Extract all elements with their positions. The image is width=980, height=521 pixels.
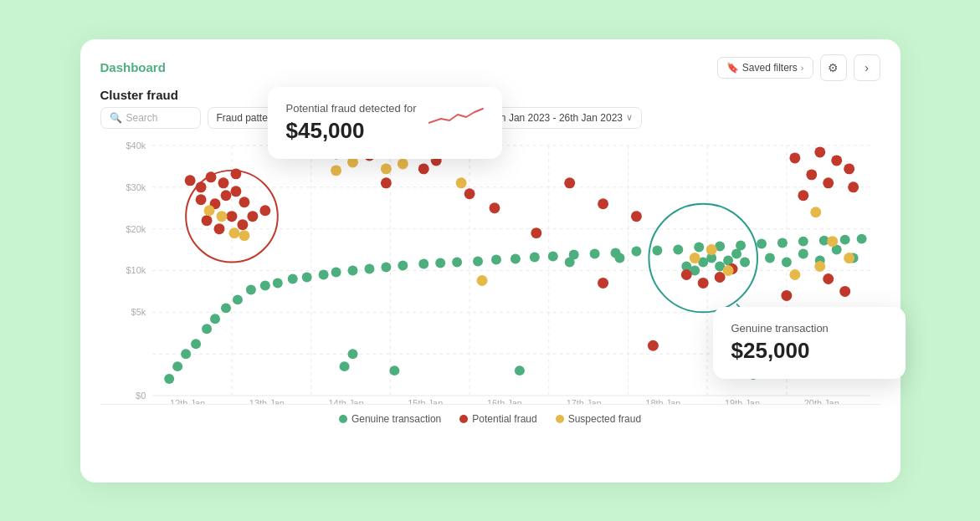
svg-point-74	[856, 233, 866, 243]
bookmark-icon: 🔖	[726, 62, 739, 74]
chevron-right-icon: ›	[801, 63, 804, 73]
settings-button[interactable]: ⚙	[820, 54, 847, 81]
svg-point-70	[777, 238, 787, 248]
svg-point-65	[673, 244, 683, 254]
svg-point-115	[380, 177, 391, 188]
header-right: 🔖 Saved filters › ⚙ ›	[717, 54, 880, 81]
svg-point-130	[806, 169, 817, 180]
svg-point-143	[228, 227, 239, 238]
svg-point-39	[221, 303, 231, 313]
svg-text:13th Jan: 13th Jan	[249, 397, 284, 403]
card-header: Dashboard 🔖 Saved filters › ⚙ ›	[80, 39, 900, 81]
svg-point-97	[195, 181, 206, 192]
svg-text:20th Jan: 20th Jan	[803, 397, 839, 403]
svg-point-78	[514, 365, 524, 375]
svg-point-44	[287, 273, 297, 283]
svg-point-126	[789, 152, 800, 163]
svg-point-106	[201, 215, 212, 226]
svg-text:12th Jan: 12th Jan	[170, 397, 205, 403]
saved-filters-button[interactable]: 🔖 Saved filters ›	[717, 57, 813, 79]
svg-point-151	[476, 274, 487, 285]
svg-point-90	[781, 257, 791, 267]
svg-text:$30k: $30k	[126, 181, 146, 192]
svg-point-63	[631, 246, 641, 256]
svg-text:$10k: $10k	[126, 265, 146, 275]
svg-text:14th Jan: 14th Jan	[328, 397, 363, 403]
svg-point-101	[195, 194, 206, 205]
svg-point-142	[216, 211, 227, 222]
svg-point-154	[722, 265, 733, 276]
svg-point-41	[245, 284, 255, 294]
svg-point-50	[381, 262, 391, 272]
next-button[interactable]: ›	[854, 54, 880, 81]
svg-point-56	[490, 254, 500, 264]
svg-point-73	[839, 234, 849, 244]
svg-point-148	[397, 158, 408, 169]
chevron-down-icon: ∨	[626, 112, 633, 123]
svg-text:16th Jan: 16th Jan	[486, 397, 521, 403]
svg-text:18th Jan: 18th Jan	[645, 397, 680, 403]
svg-point-76	[347, 349, 357, 359]
svg-point-136	[781, 289, 792, 300]
genuine-tooltip-value: $25,000	[731, 338, 887, 364]
svg-point-147	[380, 163, 391, 174]
svg-point-150	[455, 177, 466, 188]
svg-point-46	[318, 269, 328, 279]
svg-point-157	[827, 236, 838, 247]
svg-point-128	[831, 155, 842, 166]
genuine-tooltip-card: Genuine transaction $25,000	[713, 307, 906, 379]
svg-text:17th Jan: 17th Jan	[566, 397, 601, 403]
svg-point-98	[205, 171, 216, 182]
svg-point-155	[789, 269, 800, 280]
legend-potential: Potential fraud	[459, 413, 536, 425]
svg-text:15th Jan: 15th Jan	[408, 397, 443, 403]
svg-point-59	[547, 251, 557, 261]
svg-point-57	[510, 253, 520, 263]
svg-point-51	[398, 260, 408, 270]
svg-point-79	[564, 257, 574, 267]
svg-point-121	[564, 177, 575, 188]
svg-point-141	[203, 205, 214, 216]
svg-point-75	[339, 361, 349, 371]
svg-point-127	[814, 146, 825, 157]
legend-suspected: Suspected fraud	[556, 413, 641, 425]
svg-point-89	[764, 253, 774, 263]
svg-point-152	[689, 253, 700, 263]
svg-point-61	[589, 248, 599, 258]
svg-point-129	[844, 163, 854, 174]
svg-point-116	[418, 163, 428, 174]
sparkline	[428, 102, 487, 135]
svg-point-58	[529, 252, 539, 262]
svg-point-54	[452, 257, 462, 267]
main-dashboard-card: Dashboard 🔖 Saved filters › ⚙ › Cluster …	[80, 39, 900, 483]
legend-genuine: Genuine transaction	[339, 413, 441, 425]
svg-point-105	[239, 197, 249, 207]
svg-point-103	[220, 190, 231, 201]
search-box[interactable]: 🔍 Search	[100, 107, 201, 129]
svg-point-144	[239, 230, 249, 241]
search-icon: 🔍	[110, 112, 122, 124]
svg-point-110	[247, 211, 258, 222]
legend-dot-suspected	[556, 415, 564, 423]
svg-point-125	[647, 340, 658, 350]
chevron-right-icon: ›	[865, 61, 869, 74]
svg-point-48	[347, 265, 357, 275]
svg-point-158	[844, 253, 854, 263]
svg-point-66	[694, 242, 704, 252]
svg-point-134	[823, 273, 834, 283]
svg-point-38	[210, 314, 220, 324]
fraud-tooltip-card: Potential fraud detected for $45,000	[268, 87, 502, 159]
svg-text:19th Jan: 19th Jan	[725, 397, 760, 403]
svg-point-138	[697, 277, 708, 288]
gear-icon: ⚙	[828, 61, 839, 74]
svg-point-53	[435, 258, 445, 268]
svg-point-111	[259, 205, 270, 216]
svg-point-36	[191, 339, 201, 349]
svg-point-132	[798, 190, 808, 201]
svg-point-107	[213, 223, 224, 234]
svg-text:$0: $0	[136, 391, 146, 401]
svg-point-96	[184, 175, 195, 186]
svg-point-77	[389, 365, 399, 375]
svg-point-100	[230, 168, 241, 179]
svg-point-137	[680, 269, 691, 280]
